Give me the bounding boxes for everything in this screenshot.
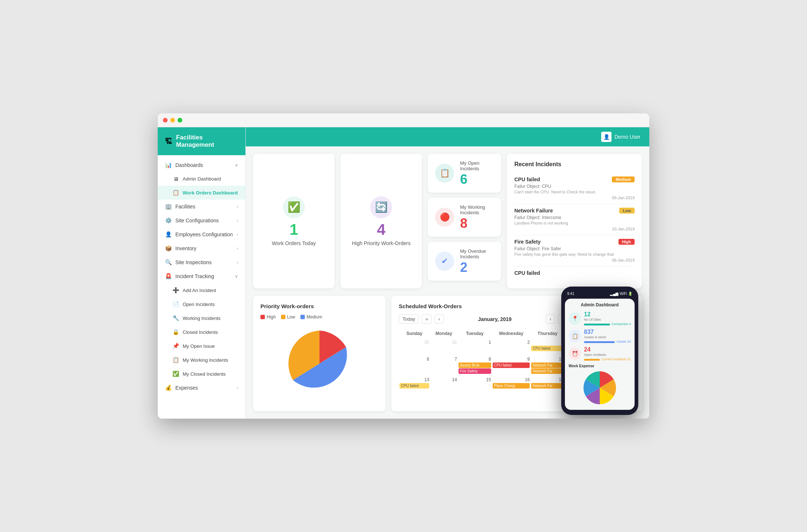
sidebar-item-my-open-issue[interactable]: 📌 My Open Issue (158, 339, 245, 353)
my-working-icon: 📋 (172, 357, 179, 363)
work-orders-stat-icon: ✅ (283, 196, 305, 218)
sidebar-item-open-incidents[interactable]: 📄 Open Incidents (158, 297, 245, 311)
cal-event[interactable]: Assets Brok (459, 362, 491, 368)
sidebar-label-admin-dashboard: Admin Dashboard (183, 176, 221, 182)
pie-chart-svg (283, 327, 356, 400)
sidebar-item-add-incident[interactable]: ➕ Add An Incident (158, 283, 245, 297)
sidebar-label-site-inspections: Site Inspections (175, 259, 212, 265)
phone-assets-number: 837 (584, 329, 594, 335)
mini-card-open: 📋 My Open Incidents 6 (428, 154, 501, 193)
calendar-today-btn[interactable]: Today (399, 314, 419, 324)
cal-event[interactable]: CPU failed (531, 346, 564, 351)
phone-pie-chart (581, 369, 618, 406)
minimize-button[interactable] (170, 118, 175, 123)
legend-label-high: High (267, 314, 276, 320)
user-info: 👤 Demo User (601, 132, 640, 142)
sidebar-item-site-configurations[interactable]: ⚙️ Site Configurations › (158, 214, 245, 227)
phone-time: 9:41 (567, 292, 574, 296)
phone-assets-bar (584, 341, 615, 343)
sidebar-item-inventory[interactable]: 📦 Inventory › (158, 241, 245, 255)
sidebar-item-my-closed[interactable]: ✅ My Closed Incidents (158, 367, 245, 381)
cal-event[interactable]: Network Fai (531, 383, 564, 389)
top-bar: 👤 Demo User (246, 127, 649, 146)
sidebar-label-expenses: Expenses (175, 385, 198, 391)
cal-cell: 10Network FaiNetwork Fai (530, 355, 565, 376)
chevron-right-icon: › (237, 204, 238, 209)
chevron-right-icon-3: › (237, 232, 238, 237)
maximize-button[interactable] (178, 118, 182, 123)
chevron-down-icon-2: ∨ (235, 274, 238, 279)
add-incident-icon: ➕ (172, 287, 179, 294)
sidebar-header: 🏗 Facilities Management (158, 127, 245, 155)
sidebar-label-my-closed: My Closed Incidents (183, 371, 226, 377)
sidebar-item-site-inspections[interactable]: 🔍 Site Inspections › (158, 255, 245, 269)
high-priority-number: 4 (377, 222, 385, 237)
site-inspections-icon: 🔍 (165, 259, 172, 266)
phone-overlay: 9:41 ▂▄▆ WiFi 🔋 Admin Dashboard 📍 12 (561, 287, 638, 415)
work-orders-label: Work Orders Today (272, 240, 316, 246)
cal-event[interactable]: CPU failed (493, 362, 530, 368)
sidebar-item-incident-tracking[interactable]: 🚨 Incident Tracking ∨ (158, 269, 245, 283)
phone-pie-container (569, 369, 631, 406)
sidebar-item-work-orders-dashboard[interactable]: 📋 Work Orders Dashboard (158, 186, 245, 200)
phone-assets-label: Assets in stock (584, 335, 631, 339)
sidebar-item-dashboards[interactable]: 📊 Dashboards ∨ (158, 158, 245, 172)
sidebar-label-work-orders: Work Orders Dashboard (183, 190, 238, 196)
calendar-prev-prev-btn[interactable]: « (422, 314, 432, 324)
app-title: Facilities Management (176, 134, 238, 149)
cal-event[interactable]: Network Fai (531, 362, 564, 368)
incident-row-1: Network Failure Low Failur Object: Inter… (514, 204, 635, 235)
sidebar-item-employees[interactable]: 👤 Employees Configuration › (158, 227, 245, 241)
sidebar-item-admin-dashboard[interactable]: 🖥 Admin Dashboard (158, 172, 245, 186)
phone-stat-sites: 📍 12 No Of Sites Companies 4 (569, 311, 631, 326)
incident-name-1: Network Failure (514, 208, 553, 214)
legend-medium: Medium (300, 314, 322, 320)
cal-cell: 13CPU failed (399, 376, 430, 393)
chevron-right-icon-5: › (237, 260, 238, 265)
open-incidents-mini-icon: 📋 (435, 164, 454, 183)
sidebar-item-my-working[interactable]: 📋 My Working Incidents (158, 353, 245, 367)
phone-incidents-icon: ⏰ (569, 347, 581, 360)
titlebar (158, 113, 649, 127)
sidebar-label-working-incidents: Working Incidents (183, 316, 220, 321)
sidebar: 🏗 Facilities Management 📊 Dashboards ∨ 🖥… (158, 127, 246, 419)
stats-row: ✅ 1 Work Orders Today 🔄 4 High Priority … (253, 154, 642, 288)
open-incidents-mini-number: 6 (460, 173, 494, 186)
window-controls (163, 118, 182, 123)
cal-cell: 9CPU failed (492, 355, 531, 376)
sidebar-item-facilities[interactable]: 🏢 Facilities › (158, 200, 245, 214)
phone-incidents-bar (584, 359, 600, 361)
expenses-icon: 💰 (165, 385, 172, 391)
incident-name-0: CPU failed (514, 176, 540, 182)
calendar-next-btn[interactable]: › (546, 314, 555, 324)
work-orders-number: 1 (289, 222, 298, 237)
sidebar-item-closed-incidents[interactable]: 🔒 Closed Incidents (158, 325, 245, 339)
phone-sites-label: No Of Sites (584, 318, 631, 321)
cal-event[interactable]: Network Fai (531, 368, 564, 374)
cal-cell: 17Network Fai (530, 376, 565, 393)
dashboards-icon: 📊 (165, 162, 172, 168)
inventory-icon: 📦 (165, 245, 172, 252)
phone-incidents-number: 24 (584, 346, 591, 353)
close-button[interactable] (163, 118, 168, 123)
sidebar-item-expenses[interactable]: 💰 Expenses › (158, 381, 245, 395)
stat-card-work-orders: ✅ 1 Work Orders Today (253, 154, 335, 288)
legend-label-low: Low (287, 314, 295, 320)
phone-signal-icon: ▂▄▆ WiFi 🔋 (610, 292, 632, 296)
high-priority-label: High Priority Work-Orders (352, 240, 410, 246)
app-layout: 🏗 Facilities Management 📊 Dashboards ∨ 🖥… (158, 127, 649, 419)
incident-desc-1: Landline Phone is not working (514, 221, 635, 225)
sidebar-item-working-incidents[interactable]: 🔧 Working Incidents (158, 311, 245, 325)
sidebar-label-add-incident: Add An Incident (183, 288, 216, 293)
calendar-prev-btn[interactable]: ‹ (435, 314, 443, 324)
cal-event[interactable]: CPU failed (399, 383, 429, 389)
cal-event[interactable]: Place Chang (493, 383, 530, 389)
cal-event[interactable]: Fire Safety (459, 368, 491, 374)
chevron-right-icon-6: › (237, 385, 238, 390)
phone-stat-incidents: ⏰ 24 Open Incidents Current Incidents 51 (569, 346, 631, 361)
employees-icon: 👤 (165, 231, 172, 238)
calendar-month-title: January, 2019 (447, 316, 543, 322)
overdue-incidents-mini-label: My Overdue Incidents (460, 248, 494, 259)
legend-low: Low (281, 314, 295, 320)
user-name: Demo User (614, 134, 640, 140)
